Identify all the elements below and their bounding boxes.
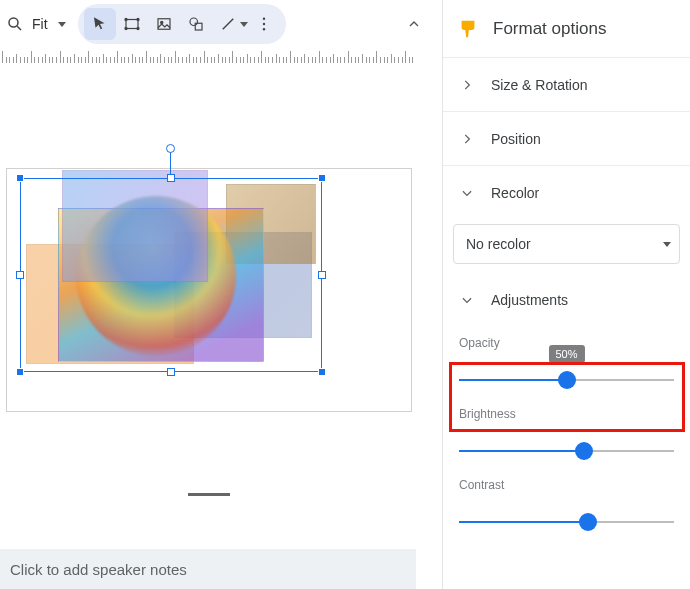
slider-thumb[interactable] <box>558 371 576 389</box>
slider-thumb[interactable] <box>579 513 597 531</box>
panel-title: Format options <box>493 19 606 39</box>
section-label: Adjustments <box>491 292 568 308</box>
recolor-dropdown[interactable]: No recolor <box>453 224 680 264</box>
zoom-icon[interactable] <box>6 15 24 33</box>
resize-handle-nw[interactable] <box>16 174 24 182</box>
adjustments-body: Opacity 50% Brightness Contrast <box>443 322 690 531</box>
opacity-group: Opacity 50% <box>459 336 674 389</box>
chevron-right-icon <box>459 131 475 147</box>
ruler <box>2 48 416 64</box>
contrast-group: Contrast <box>459 478 674 531</box>
selection-box[interactable] <box>20 178 322 372</box>
tool-group <box>78 4 286 44</box>
textbox-tool[interactable] <box>116 8 148 40</box>
svg-point-5 <box>125 27 127 29</box>
panel-header: Format options <box>443 0 690 58</box>
zoom-controls: Fit <box>6 12 72 36</box>
svg-point-13 <box>262 23 264 25</box>
brightness-label: Brightness <box>459 407 674 421</box>
image-tool[interactable] <box>148 8 180 40</box>
resize-handle-sw[interactable] <box>16 368 24 376</box>
slide-canvas[interactable] <box>2 70 416 520</box>
contrast-slider[interactable] <box>459 513 674 531</box>
caret-down-icon <box>663 242 671 247</box>
line-submenu-caret[interactable] <box>240 22 248 27</box>
format-options-panel: Format options Size & Rotation Position … <box>442 0 690 589</box>
section-recolor[interactable]: Recolor <box>443 166 690 220</box>
section-label: Recolor <box>491 185 539 201</box>
zoom-value: Fit <box>32 16 48 32</box>
section-label: Size & Rotation <box>491 77 588 93</box>
resize-handle-se[interactable] <box>318 368 326 376</box>
resize-handle-ne[interactable] <box>318 174 326 182</box>
section-label: Position <box>491 131 541 147</box>
svg-line-1 <box>17 26 21 30</box>
caret-down-icon <box>58 22 66 27</box>
speaker-notes-placeholder: Click to add speaker notes <box>10 561 187 578</box>
shape-tool[interactable] <box>180 8 212 40</box>
svg-point-12 <box>262 18 264 20</box>
svg-point-9 <box>190 18 198 26</box>
slide-drag-indicator[interactable] <box>188 493 230 496</box>
brightness-group: Brightness <box>459 407 674 460</box>
svg-point-6 <box>137 27 139 29</box>
resize-handle-e[interactable] <box>318 271 326 279</box>
format-brush-icon <box>457 18 479 40</box>
chevron-down-icon <box>459 292 475 308</box>
recolor-value: No recolor <box>466 236 531 252</box>
resize-handle-w[interactable] <box>16 271 24 279</box>
chevron-down-icon <box>459 185 475 201</box>
slider-fill <box>459 379 567 381</box>
slider-fill <box>459 521 588 523</box>
svg-point-14 <box>262 28 264 30</box>
section-size-rotation[interactable]: Size & Rotation <box>443 58 690 112</box>
more-tools[interactable] <box>248 8 280 40</box>
opacity-slider[interactable]: 50% <box>459 371 674 389</box>
svg-point-4 <box>137 18 139 20</box>
section-position[interactable]: Position <box>443 112 690 166</box>
select-tool[interactable] <box>84 8 116 40</box>
collapse-toolbar[interactable] <box>398 8 430 40</box>
contrast-label: Contrast <box>459 478 674 492</box>
slider-thumb[interactable] <box>575 442 593 460</box>
zoom-select[interactable]: Fit <box>26 12 72 36</box>
section-adjustments[interactable]: Adjustments <box>443 278 690 322</box>
speaker-notes[interactable]: Click to add speaker notes <box>0 549 416 589</box>
resize-handle-s[interactable] <box>167 368 175 376</box>
svg-point-0 <box>9 18 18 27</box>
svg-line-11 <box>222 19 233 30</box>
resize-handle-n[interactable] <box>167 174 175 182</box>
slider-tooltip: 50% <box>548 345 584 363</box>
svg-point-3 <box>125 18 127 20</box>
rotate-handle[interactable] <box>166 144 175 153</box>
brightness-slider[interactable] <box>459 442 674 460</box>
svg-rect-7 <box>158 19 170 30</box>
chevron-right-icon <box>459 77 475 93</box>
svg-rect-2 <box>126 20 138 29</box>
slider-fill <box>459 450 584 452</box>
